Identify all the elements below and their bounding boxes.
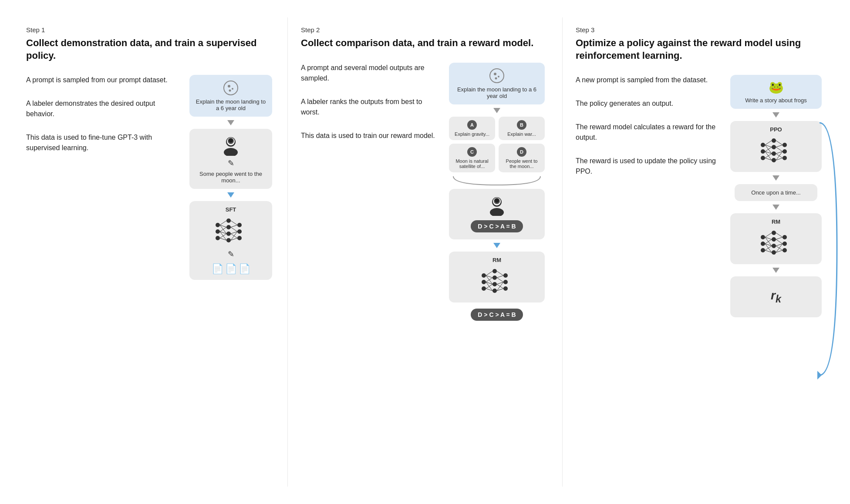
step3-desc-3: The reward model calculates a reward for… [576,122,719,143]
step1-labeler-card: ✎ Some people went to the moon... [189,129,272,189]
svg-point-94 [761,242,765,246]
svg-line-61 [497,271,503,276]
svg-point-99 [772,250,776,255]
svg-point-51 [503,280,508,284]
step2-desc-3: This data is used to train our reward mo… [301,131,436,141]
step2-column: Step 2 Collect comparison data, and trai… [288,17,563,487]
step3-descriptions: A new prompt is sampled from the dataset… [576,75,719,177]
step1-diagram: Explain the moon landing to a 6 year old… [187,75,274,280]
frog-icon: 🐸 [769,80,784,94]
step1-descriptions: A prompt is sampled from our prompt data… [26,75,179,153]
svg-line-113 [776,239,783,244]
svg-line-106 [765,239,772,244]
svg-point-50 [503,273,508,278]
svg-point-2 [232,88,233,90]
svg-point-45 [482,286,486,291]
svg-point-49 [492,289,497,293]
svg-point-97 [772,237,776,242]
step3-rm-nn-icon [759,228,793,259]
step2-bottom-rank: D > C > A = B [471,307,523,323]
svg-point-10 [216,229,220,234]
step3-rm-label: RM [772,218,780,225]
svg-marker-118 [817,371,822,380]
step2-title: Collect comparison data, and train a rew… [301,37,549,50]
step1-sft-card: SFT [189,201,272,280]
svg-point-76 [783,149,787,154]
step2-prompt-text: Explain the moon landing to a 6 year old [455,86,539,99]
step1-column: Step 1 Collect demonstration data, and t… [13,17,288,487]
svg-point-12 [226,218,231,223]
option-c-text: Moon is natural satellite of... [453,158,491,169]
svg-point-0 [224,81,238,95]
svg-point-36 [498,76,499,77]
svg-point-72 [772,145,776,149]
svg-line-87 [776,145,783,147]
svg-point-34 [490,69,504,83]
step2-rm-label: RM [492,257,501,263]
svg-point-68 [761,143,765,147]
step1-nn-icon [213,216,248,247]
svg-point-44 [482,280,486,284]
step3-arrow2 [772,175,779,181]
step1-edit-icon2: ✎ [228,249,234,259]
svg-point-18 [237,236,242,240]
svg-point-93 [761,235,765,239]
svg-point-98 [772,244,776,248]
step3-output-text: Once upon a time... [751,189,800,196]
svg-point-52 [503,286,508,291]
step2-content: A prompt and several model outputs are s… [301,63,549,323]
step3-arrow4 [772,268,779,273]
svg-line-78 [765,141,772,145]
svg-point-3 [229,90,231,92]
svg-point-13 [226,225,231,229]
step1-title: Collect demonstration data, and train a … [26,37,274,62]
step3-ppo-label: PPO [770,126,782,133]
labeler-person-icon [220,134,242,156]
step2-nn-icon [479,267,514,297]
svg-point-37 [495,77,497,79]
svg-point-35 [494,73,496,75]
step1-output-text: Some people went to the moon... [196,171,266,184]
step2-prompt-card: Explain the moon landing to a 6 year old [449,63,545,104]
svg-point-102 [783,248,787,252]
step2-desc-2: A labeler ranks the outputs from best to… [301,97,436,118]
step2-arrow2 [493,243,500,248]
step1-desc-3: This data is used to fine-tune GPT-3 wit… [26,132,179,153]
svg-point-73 [772,151,776,156]
svg-point-17 [237,229,242,234]
svg-point-70 [761,156,765,160]
step1-content: A prompt is sampled from our prompt data… [26,75,274,280]
badge-b: B [517,120,526,130]
svg-point-11 [216,236,220,240]
moon-icon [223,80,239,96]
svg-point-101 [783,242,787,246]
svg-line-59 [486,284,492,289]
step3-desc-1: A new prompt is sampled from the dataset… [576,75,719,85]
svg-point-71 [772,138,776,143]
option-b-text: Explain war... [507,131,536,137]
step1-doc-icons: 📄 📄 📄 [212,263,250,275]
svg-point-77 [783,156,787,160]
svg-line-28 [231,225,237,227]
svg-line-27 [231,221,237,225]
feedback-arrow-icon [815,118,841,401]
option-card-c: C Moon is natural satellite of... [449,144,495,172]
option-d-text: People went to the moon... [503,158,540,169]
svg-point-100 [783,235,787,239]
step3-rm-card: RM [730,213,822,264]
step1-desc-1: A prompt is sampled from our prompt data… [26,75,179,85]
svg-point-47 [492,276,497,280]
step3-arrow1 [772,112,779,118]
step2-descriptions: A prompt and several model outputs are s… [301,63,436,141]
step3-desc-4: The reward is used to update the policy … [576,156,719,177]
svg-point-1 [228,85,230,87]
step2-label: Step 2 [301,26,549,34]
step3-column: Step 3 Optimize a policy against the rew… [563,17,837,487]
step1-prompt-text: Explain the moon landing to a 6 year old [196,98,266,111]
svg-point-16 [237,223,242,227]
step1-arrow1 [227,120,234,125]
step2-ranking: D > C > A = B [471,220,523,232]
svg-point-74 [772,158,776,162]
step1-arrow2 [227,192,234,198]
step3-content: A new prompt is sampled from the dataset… [576,75,824,317]
